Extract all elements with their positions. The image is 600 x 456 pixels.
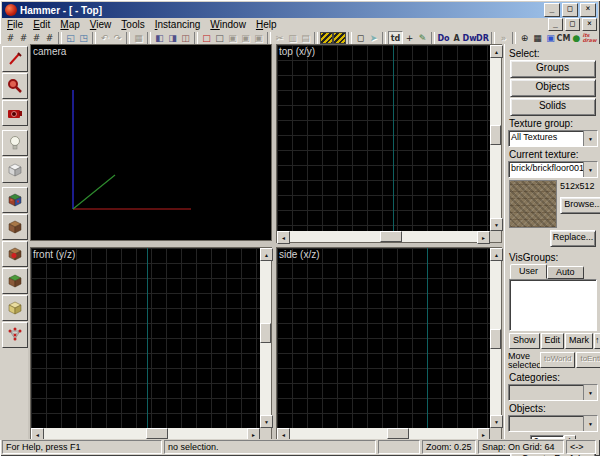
logo-run-button[interactable]: ● — [570, 32, 583, 45]
faces-mode-button[interactable]: ✎ — [416, 32, 429, 45]
carve-button[interactable]: □ — [200, 32, 213, 45]
current-texture-select[interactable]: brick/brickfloor001a ▼ — [508, 161, 598, 178]
texture-lock-button[interactable] — [320, 32, 333, 45]
tab-user[interactable]: User — [510, 264, 547, 279]
ignore-groups-button[interactable]: ▣ — [252, 32, 265, 45]
close-button[interactable]: × — [580, 3, 596, 17]
move-up-button[interactable]: ↑ — [594, 333, 600, 349]
visgroups-list[interactable] — [509, 279, 597, 331]
chevron-down-icon[interactable]: ▼ — [583, 131, 597, 146]
scroll-up-icon[interactable]: ▲ — [490, 45, 503, 58]
run-map-dw-button[interactable]: Dw — [463, 32, 476, 45]
cut-button[interactable]: ✂ — [273, 32, 286, 45]
minimize-button[interactable]: _ — [544, 3, 560, 17]
scroll-right-icon[interactable]: ► — [477, 231, 490, 244]
chevron-down-icon[interactable]: ▼ — [583, 162, 597, 177]
to-entity-button[interactable]: toEntity — [576, 352, 600, 368]
copy-button[interactable]: ▥ — [286, 32, 299, 45]
browse-button[interactable]: Browse... — [560, 197, 600, 214]
scroll-left-icon[interactable]: ◄ — [277, 231, 290, 244]
edit-button[interactable]: Edit — [541, 333, 565, 349]
menu-item-view[interactable]: View — [85, 18, 117, 31]
scroll-thumb[interactable] — [490, 125, 501, 145]
toggle-grid-3d-button[interactable]: # — [17, 32, 30, 45]
side-hscrollbar[interactable]: ◄ ► — [277, 428, 490, 439]
show-hidden-button[interactable]: ◫ — [179, 32, 192, 45]
cm-toggle-button[interactable]: CM — [557, 32, 570, 45]
vertex-manipulation-tool-button[interactable] — [2, 295, 28, 321]
scroll-track[interactable] — [490, 261, 501, 415]
chevron-down-icon[interactable]: ▼ — [583, 416, 597, 431]
apply-current-texture-tool-button[interactable] — [2, 214, 28, 240]
front-hscrollbar[interactable]: ◄ ► — [31, 428, 260, 439]
mdi-close-button[interactable]: × — [582, 18, 597, 31]
categories-select[interactable]: ▼ — [508, 384, 598, 401]
scroll-down-icon[interactable]: ▼ — [260, 415, 273, 428]
objects-select[interactable]: ▼ — [508, 415, 598, 432]
scroll-up-icon[interactable]: ▲ — [490, 248, 503, 261]
translate-mode-button[interactable]: + — [403, 32, 416, 45]
scroll-up-icon[interactable]: ▲ — [260, 248, 273, 261]
menu-item-window[interactable]: Window — [205, 18, 251, 31]
to-world-button[interactable]: toWorld — [540, 352, 575, 368]
paste-button[interactable]: ▤ — [299, 32, 312, 45]
cube-3d-button[interactable]: ▣ — [544, 32, 557, 45]
texture-application-tool-button[interactable] — [2, 187, 28, 213]
top-vscrollbar[interactable]: ▲ ▼ — [490, 45, 501, 231]
scroll-thumb[interactable] — [490, 329, 501, 349]
menu-item-edit[interactable]: Edit — [28, 18, 55, 31]
tab-auto[interactable]: Auto — [547, 266, 584, 279]
scroll-thumb[interactable] — [146, 428, 168, 439]
camera-viewport[interactable]: camera — [30, 44, 272, 241]
hide-selected-button[interactable]: ◧ — [153, 32, 166, 45]
undo-button[interactable]: ↶ — [98, 32, 111, 45]
smaller-grid-button[interactable]: # — [30, 32, 43, 45]
scroll-track[interactable] — [290, 428, 477, 439]
replace-button[interactable]: Replace... — [550, 230, 596, 247]
select-groups-button[interactable]: Groups — [510, 60, 596, 78]
menu-item-help[interactable]: Help — [251, 18, 282, 31]
mark-button[interactable]: Mark — [565, 333, 593, 349]
menu-item-file[interactable]: File — [2, 18, 28, 31]
run-map-dr-button[interactable]: DR — [476, 32, 489, 45]
side-vscrollbar[interactable]: ▲ ▼ — [490, 248, 501, 428]
make-hollow-button[interactable]: □ — [213, 32, 226, 45]
selection-box-button[interactable]: ◻ — [354, 32, 367, 45]
top-viewport-canvas[interactable]: top (x/y) — [277, 45, 490, 231]
entity-tool-button[interactable] — [2, 130, 28, 156]
front-viewport-canvas[interactable]: front (y/z) — [31, 248, 260, 428]
maximize-button[interactable]: □ — [562, 3, 578, 17]
larger-grid-button[interactable]: # — [43, 32, 56, 45]
scroll-down-icon[interactable]: ▼ — [490, 218, 503, 231]
texture-group-select[interactable]: All Textures ▼ — [508, 130, 598, 147]
menu-item-map[interactable]: Map — [55, 18, 84, 31]
scroll-track[interactable] — [490, 58, 501, 218]
side-viewport-canvas[interactable]: side (x/z) — [277, 248, 490, 428]
scroll-track[interactable] — [290, 231, 477, 242]
path-tool-button[interactable] — [2, 322, 28, 348]
toggle-grid-button[interactable]: # — [4, 32, 17, 45]
magnify-cursor-button[interactable]: ➤ — [367, 32, 380, 45]
camera-tool-button[interactable] — [2, 100, 28, 126]
clipping-tool-button[interactable] — [2, 268, 28, 294]
block-tool-button[interactable] — [2, 157, 28, 183]
draw-text-button[interactable]: its draw — [583, 32, 596, 45]
save-window-state-button[interactable]: ◳ — [77, 32, 90, 45]
menu-item-instancing[interactable]: Instancing — [150, 18, 206, 31]
sphere-tool-button[interactable]: ⊕ — [518, 32, 531, 45]
scroll-track[interactable] — [260, 261, 271, 415]
front-vscrollbar[interactable]: ▲ ▼ — [260, 248, 271, 428]
mdi-minimize-button[interactable]: _ — [548, 18, 563, 31]
scroll-thumb[interactable] — [380, 231, 402, 242]
select-objects-button[interactable]: Objects — [510, 79, 596, 97]
cordon-button[interactable]: » — [497, 32, 510, 45]
load-window-state-button[interactable]: ◱ — [64, 32, 77, 45]
redo-button[interactable]: ↷ — [111, 32, 124, 45]
selection-tool-button[interactable] — [2, 46, 28, 72]
texture-scale-lock-button[interactable] — [333, 32, 346, 45]
scroll-thumb[interactable] — [260, 323, 271, 343]
group-button[interactable]: ▣ — [226, 32, 239, 45]
magnify-tool-button[interactable] — [2, 73, 28, 99]
toggle-group-ignore-button[interactable]: ▦ — [132, 32, 145, 45]
scroll-track[interactable] — [44, 428, 247, 439]
